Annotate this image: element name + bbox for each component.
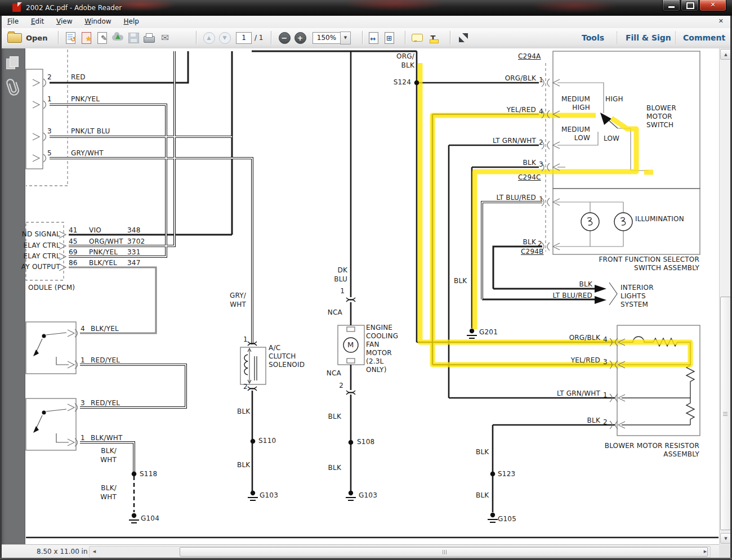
sign-button[interactable]: ✎ [94, 30, 110, 45]
zoom-out-icon: − [279, 32, 291, 44]
close-icon: ✕ [700, 1, 726, 8]
highlight-icon: T [431, 34, 436, 42]
email-icon: ✉ [161, 32, 169, 43]
menu-window[interactable]: Window [80, 16, 115, 25]
print-button[interactable] [141, 30, 157, 45]
minimize-button[interactable] [662, 0, 680, 11]
fit-page-button[interactable]: ⊞ [381, 30, 397, 45]
comment-panel-button[interactable]: Comment [683, 33, 725, 42]
window-frame [0, 16, 2, 560]
scroll-left-button[interactable]: ◀ [90, 547, 99, 555]
menu-edit[interactable]: Edit [26, 16, 48, 25]
pdf-app-icon [12, 3, 21, 12]
page-number-input[interactable]: 1 [236, 32, 252, 44]
email-button[interactable]: ✉ [157, 30, 173, 45]
open-folder-icon [7, 33, 22, 43]
window-frame [0, 558, 732, 560]
send-file-button[interactable]: ↺ [63, 30, 78, 45]
fullscreen-icon [458, 33, 468, 43]
print-icon [144, 36, 155, 43]
menu-view[interactable]: View [52, 16, 77, 25]
horizontal-scrollbar[interactable]: ◀ ▶ [89, 546, 711, 558]
status-bar: 8.50 x 11.00 in ◀ ▶ [2, 544, 730, 558]
upload-cloud-button[interactable]: ▲ [110, 30, 126, 45]
close-button[interactable]: ✕ [699, 0, 726, 11]
title-bar: 2002 AC.pdf - Adobe Reader ✕ [0, 0, 732, 16]
navigation-sidebar [0, 48, 25, 544]
menu-bar: File Edit View Window Help ✕ [2, 16, 730, 29]
save-button [126, 30, 141, 45]
scroll-up-icon: ▲ [724, 52, 727, 57]
vertical-scrollbar-thumb[interactable] [720, 297, 731, 530]
menu-file[interactable]: File [3, 16, 23, 25]
scroll-right-button[interactable]: ▶ [701, 547, 709, 555]
save-icon [128, 33, 139, 43]
comment-bubble-button[interactable] [409, 30, 425, 45]
menu-help[interactable]: Help [119, 16, 143, 25]
comment-bubble-icon [412, 34, 423, 42]
zoom-in-button[interactable]: + [292, 30, 308, 45]
previous-page-button: ▲ [201, 30, 217, 45]
page-count-label: / 1 [255, 34, 264, 42]
next-page-button: ▼ [217, 30, 233, 45]
open-button[interactable]: Open [7, 30, 47, 45]
page-size-label: 8.50 x 11.00 in [37, 548, 88, 555]
create-pdf-button[interactable]: ★ [78, 30, 94, 45]
scrollbar-corner [719, 544, 730, 558]
scroll-up-button[interactable]: ▲ [720, 49, 731, 60]
fullscreen-button[interactable] [456, 30, 471, 45]
tools-panel-button[interactable]: Tools [582, 33, 604, 42]
zoom-out-button[interactable]: − [276, 30, 292, 45]
highlight-text-button[interactable]: T [425, 30, 441, 45]
maximize-button[interactable] [681, 0, 699, 11]
close-document-icon[interactable]: ✕ [718, 17, 724, 25]
window-title: 2002 AC.pdf - Adobe Reader [26, 4, 122, 12]
upload-arrow-icon: ▲ [115, 33, 120, 40]
adobe-reader-window: 2002 AC.pdf - Adobe Reader ✕ File Edit V… [0, 0, 732, 560]
scroll-down-icon: ▼ [724, 536, 727, 541]
sign-pen-icon: ✎ [101, 35, 107, 42]
scroll-left-icon: ◀ [93, 549, 96, 554]
scroll-right-icon: ▶ [704, 549, 707, 554]
zoom-dropdown-button[interactable]: ▼ [340, 32, 351, 44]
vertical-scrollbar[interactable]: ▲ ▼ [719, 48, 731, 544]
fill-sign-panel-button[interactable]: Fill & Sign [626, 33, 671, 42]
page-down-icon: ▼ [219, 32, 231, 44]
zoom-level-input[interactable]: 150% [313, 32, 341, 44]
page-up-icon: ▲ [203, 32, 215, 44]
fit-width-button[interactable]: ↔ [365, 30, 381, 45]
horizontal-scrollbar-thumb[interactable] [180, 547, 708, 557]
chevron-down-icon: ▼ [344, 35, 347, 40]
attachments-paperclip-icon[interactable] [6, 78, 20, 99]
pdf-page[interactable] [25, 48, 719, 544]
toolbar: Open ↺ ★ ✎ ▲ [2, 28, 730, 49]
scroll-down-button[interactable]: ▼ [720, 533, 731, 544]
zoom-in-icon: + [294, 32, 306, 44]
page-thumbnails-icon[interactable] [6, 56, 19, 70]
